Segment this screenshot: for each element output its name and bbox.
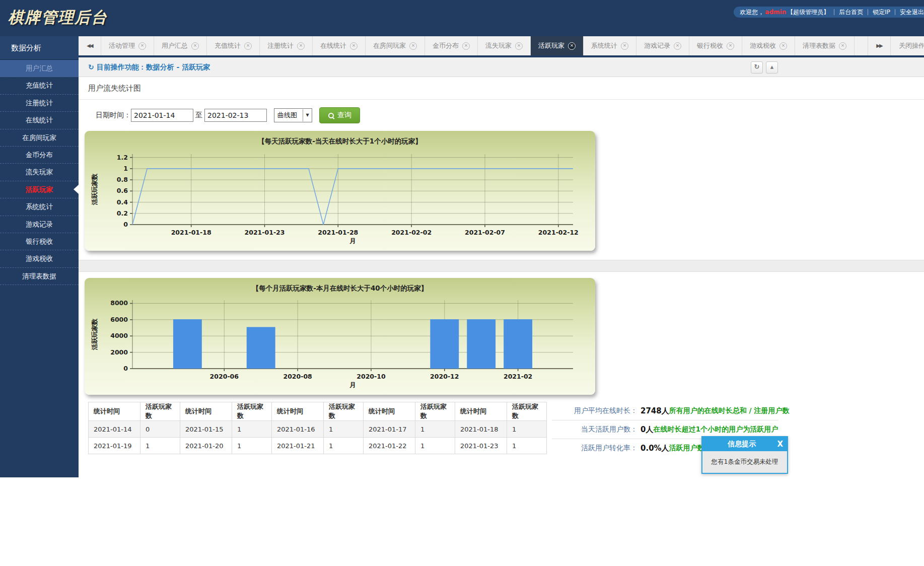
tab-label: 活动管理 (109, 41, 135, 50)
tab-item-14[interactable]: 清理表数据× (795, 36, 855, 55)
svg-text:6000: 6000 (110, 316, 128, 323)
tab-close-icon[interactable]: × (244, 42, 252, 50)
sidebar-item-label: 活跃玩家 (26, 185, 53, 193)
sidebar-item-label: 注册统计 (26, 99, 53, 107)
date-from-input[interactable] (131, 109, 193, 122)
close-operations-menu[interactable]: 关闭操作 (899, 36, 924, 55)
table-cell: 1 (415, 421, 455, 438)
sidebar-item-6[interactable]: 金币分布 (0, 147, 79, 164)
tab-item-10[interactable]: 系统统计× (584, 36, 636, 55)
tab-close-icon[interactable]: × (297, 42, 305, 50)
tab-item-4[interactable]: 注册统计× (260, 36, 313, 55)
svg-text:2000: 2000 (110, 348, 128, 356)
sidebar-item-13[interactable]: 清理表数据 (0, 268, 79, 285)
tab-close-icon[interactable]: × (409, 42, 417, 50)
svg-text:月: 月 (349, 381, 356, 389)
tab-item-6[interactable]: 在房间玩家× (366, 36, 425, 55)
tab-label: 流失玩家 (485, 41, 512, 50)
tabs-scroll-left-button[interactable]: ◀◀ (79, 36, 101, 55)
tab-item-1[interactable]: 活动管理× (101, 36, 154, 55)
tab-item-8[interactable]: 流失玩家× (478, 36, 531, 55)
tabs-scroll-right-button[interactable]: ▶▶ (868, 36, 891, 55)
stat-value: 0.0%人 (641, 444, 669, 453)
tab-item-9[interactable]: 活跃玩家× (531, 36, 584, 55)
chart-title: 【每个月活跃玩家数-本月在线时长大于40个小时的玩家】 (85, 284, 595, 297)
tab-close-icon[interactable]: × (138, 42, 146, 50)
page-title: 用户流失统计图 (79, 77, 924, 100)
sidebar-item-8[interactable]: 活跃玩家 (0, 181, 79, 198)
bar-chart: 020004000600080002020-062020-082020-1020… (85, 297, 595, 395)
stat-description: 在线时长超过1个小时的用户为活跃用户 (653, 425, 778, 434)
sidebar-item-10[interactable]: 游戏记录 (0, 216, 79, 233)
tab-close-icon[interactable]: × (350, 42, 358, 50)
table-cell: 1 (324, 438, 364, 454)
table-cell: 1 (415, 438, 455, 454)
tab-item-12[interactable]: 银行税收× (689, 36, 742, 55)
filter-bar: 日期时间： 至 曲线图 ▼ 查询 (79, 100, 924, 131)
table-body: 2021-01-1402021-01-1512021-01-1612021-01… (89, 421, 547, 454)
app-logo: 棋牌管理后台 (8, 7, 108, 28)
user-links: 后台首页锁定IP安全退出 (834, 7, 924, 18)
table-header-cell: 活跃玩家数 (324, 402, 364, 421)
close-icon[interactable]: X (777, 440, 783, 449)
date-to-input[interactable] (204, 109, 267, 122)
sidebar-item-12[interactable]: 游戏税收 (0, 250, 79, 267)
table-header-cell: 统计时间 (180, 402, 232, 421)
sidebar-item-7[interactable]: 流失玩家 (0, 164, 79, 181)
tab-item-13[interactable]: 游戏税收× (742, 36, 795, 55)
tab-close-icon[interactable]: × (568, 42, 576, 50)
user-link-安全退出[interactable]: 安全退出 (900, 7, 924, 18)
user-bar: 欢迎您，admin【超级管理员】 后台首页锁定IP安全退出 (734, 7, 924, 18)
tab-item-5[interactable]: 在线统计× (313, 36, 366, 55)
sidebar-item-3[interactable]: 注册统计 (0, 95, 79, 112)
sidebar-item-1[interactable]: 用户汇总 (0, 60, 79, 77)
line-chart-svg: 00.20.40.60.811.22021-01-182021-01-23202… (85, 150, 593, 249)
tab-close-icon[interactable]: × (727, 42, 734, 50)
sidebar-item-4[interactable]: 在线统计 (0, 112, 79, 129)
sidebar-item-5[interactable]: 在房间玩家 (0, 129, 79, 147)
sidebar-item-11[interactable]: 银行税收 (0, 233, 79, 250)
tab-item-11[interactable]: 游戏记录× (636, 36, 689, 55)
user-link-后台首页[interactable]: 后台首页 (839, 7, 863, 18)
query-button[interactable]: 查询 (319, 107, 360, 123)
table-cell: 1 (324, 421, 364, 438)
tab-label: 游戏记录 (644, 41, 670, 50)
tab-close-icon[interactable]: × (621, 42, 628, 50)
table-cell: 2021-01-19 (89, 438, 140, 454)
sidebar-item-label: 在线统计 (26, 116, 53, 124)
table-cell: 1 (507, 438, 547, 454)
tab-item-7[interactable]: 金币分布× (425, 36, 478, 55)
table-header-cell: 活跃玩家数 (140, 402, 180, 421)
sidebar-item-9[interactable]: 系统统计 (0, 198, 79, 216)
tabs-container: 活动管理×用户汇总×充值统计×注册统计×在线统计×在房间玩家×金币分布×流失玩家… (101, 36, 855, 55)
sidebar-items: 用户汇总充值统计注册统计在线统计在房间玩家金币分布流失玩家活跃玩家系统统计游戏记… (0, 60, 79, 285)
app-window: 棋牌管理后台 欢迎您，admin【超级管理员】 后台首页锁定IP安全退出 数据分… (0, 0, 924, 566)
svg-text:2021-02-02: 2021-02-02 (391, 229, 432, 236)
svg-text:活跃玩家数: 活跃玩家数 (91, 318, 98, 350)
refresh-button[interactable]: ↻ (751, 61, 763, 74)
tab-close-icon[interactable]: × (779, 42, 787, 50)
sidebar-item-2[interactable]: 充值统计 (0, 77, 79, 94)
tab-label: 在房间玩家 (373, 41, 406, 50)
tab-item-3[interactable]: 充值统计× (207, 36, 260, 55)
tab-close-icon[interactable]: × (462, 42, 470, 50)
collapse-button[interactable]: ▴ (766, 61, 778, 74)
table-cell: 2021-01-14 (89, 421, 140, 438)
top-header-bar: 棋牌管理后台 欢迎您，admin【超级管理员】 后台首页锁定IP安全退出 (0, 0, 924, 36)
table-header-cell: 活跃玩家数 (415, 402, 455, 421)
tab-close-icon[interactable]: × (839, 42, 846, 50)
user-link-锁定IP[interactable]: 锁定IP (873, 7, 890, 18)
tab-close-icon[interactable]: × (674, 42, 681, 50)
sidebar-item-label: 金币分布 (26, 151, 53, 159)
notification-message[interactable]: 您有1条金币交易未处理 (702, 451, 787, 473)
tab-close-icon[interactable]: × (515, 42, 523, 50)
table-cell: 2021-01-23 (455, 438, 507, 454)
tab-label: 银行税收 (697, 41, 723, 50)
tab-close-icon[interactable]: × (191, 42, 199, 50)
tab-item-2[interactable]: 用户汇总× (154, 36, 207, 55)
table-cell: 1 (140, 438, 180, 454)
tab-label: 金币分布 (433, 41, 459, 50)
sidebar-item-label: 充值统计 (26, 81, 53, 89)
svg-text:2020-12: 2020-12 (430, 373, 459, 380)
chart-type-select[interactable]: 曲线图 ▼ (274, 108, 312, 122)
